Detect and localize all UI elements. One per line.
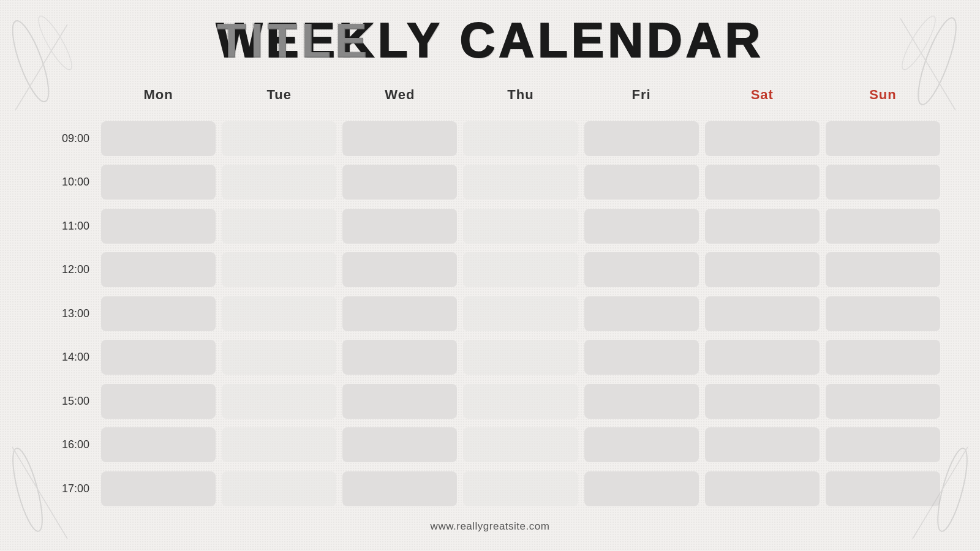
cell-mon-14:00[interactable] bbox=[98, 338, 219, 377]
svg-point-5 bbox=[897, 13, 941, 73]
time-label-09:00: 09:00 bbox=[37, 119, 98, 158]
cell-sat-11:00[interactable] bbox=[702, 207, 823, 246]
cell-sat-14:00[interactable] bbox=[702, 338, 823, 377]
cell-sun-13:00[interactable] bbox=[823, 294, 943, 333]
svg-line-1 bbox=[15, 24, 67, 110]
cell-mon-12:00[interactable] bbox=[98, 250, 219, 289]
cell-fri-09:00[interactable] bbox=[581, 119, 702, 158]
cell-wed-11:00[interactable] bbox=[339, 207, 460, 246]
cell-sat-13:00[interactable] bbox=[702, 294, 823, 333]
cell-mon-11:00[interactable] bbox=[98, 207, 219, 246]
col-header-thu: Thu bbox=[460, 81, 581, 119]
cell-fri-15:00[interactable] bbox=[581, 382, 702, 421]
col-header-tue: Tue bbox=[219, 81, 339, 119]
cell-sun-14:00[interactable] bbox=[823, 338, 943, 377]
corner-decoration-tr bbox=[882, 6, 962, 129]
cell-tue-13:00[interactable] bbox=[219, 294, 339, 333]
time-label-15:00: 15:00 bbox=[37, 382, 98, 421]
time-label-14:00: 14:00 bbox=[37, 338, 98, 377]
page-container: WEEKLY CALENDAR Mon Tue Wed Thu Fri Sat … bbox=[0, 0, 980, 551]
cell-mon-17:00[interactable] bbox=[98, 470, 219, 508]
cell-thu-10:00[interactable] bbox=[460, 163, 581, 201]
cell-thu-09:00[interactable] bbox=[460, 119, 581, 158]
cell-wed-10:00[interactable] bbox=[339, 163, 460, 201]
cell-fri-12:00[interactable] bbox=[581, 250, 702, 289]
cell-thu-13:00[interactable] bbox=[460, 294, 581, 333]
svg-point-0 bbox=[12, 17, 56, 105]
cell-wed-15:00[interactable] bbox=[339, 382, 460, 421]
cell-mon-10:00[interactable] bbox=[98, 163, 219, 201]
time-label-13:00: 13:00 bbox=[37, 294, 98, 333]
cell-thu-16:00[interactable] bbox=[460, 425, 581, 464]
cell-wed-13:00[interactable] bbox=[339, 294, 460, 333]
col-header-sat: Sat bbox=[702, 81, 823, 119]
page-title: WEEKLY CALENDAR bbox=[216, 12, 764, 69]
cell-fri-17:00[interactable] bbox=[581, 470, 702, 508]
cell-sat-17:00[interactable] bbox=[702, 470, 823, 508]
cell-tue-09:00[interactable] bbox=[219, 119, 339, 158]
time-label-12:00: 12:00 bbox=[37, 250, 98, 289]
svg-point-2 bbox=[34, 13, 77, 73]
cell-tue-11:00[interactable] bbox=[219, 207, 339, 246]
cell-tue-16:00[interactable] bbox=[219, 425, 339, 464]
cell-wed-17:00[interactable] bbox=[339, 470, 460, 508]
calendar-grid: Mon Tue Wed Thu Fri Sat Sun 09:0010:0011… bbox=[37, 81, 943, 513]
cell-thu-17:00[interactable] bbox=[460, 470, 581, 508]
svg-point-6 bbox=[7, 446, 48, 534]
cell-tue-17:00[interactable] bbox=[219, 470, 339, 508]
cell-fri-13:00[interactable] bbox=[581, 294, 702, 333]
cell-thu-11:00[interactable] bbox=[460, 207, 581, 246]
cell-mon-16:00[interactable] bbox=[98, 425, 219, 464]
cell-sun-15:00[interactable] bbox=[823, 382, 943, 421]
cell-tue-12:00[interactable] bbox=[219, 250, 339, 289]
cell-thu-14:00[interactable] bbox=[460, 338, 581, 377]
cell-sun-10:00[interactable] bbox=[823, 163, 943, 201]
svg-point-8 bbox=[932, 446, 973, 534]
cell-sat-09:00[interactable] bbox=[702, 119, 823, 158]
cell-wed-12:00[interactable] bbox=[339, 250, 460, 289]
corner-decoration-tl bbox=[12, 12, 86, 122]
cell-sat-12:00[interactable] bbox=[702, 250, 823, 289]
time-label-11:00: 11:00 bbox=[37, 207, 98, 246]
cell-sat-10:00[interactable] bbox=[702, 163, 823, 201]
cell-mon-15:00[interactable] bbox=[98, 382, 219, 421]
cell-thu-15:00[interactable] bbox=[460, 382, 581, 421]
corner-decoration-bl bbox=[6, 435, 86, 545]
cell-sat-15:00[interactable] bbox=[702, 382, 823, 421]
cell-sun-11:00[interactable] bbox=[823, 207, 943, 246]
svg-line-9 bbox=[913, 447, 968, 539]
cell-fri-11:00[interactable] bbox=[581, 207, 702, 246]
col-header-wed: Wed bbox=[339, 81, 460, 119]
cell-fri-10:00[interactable] bbox=[581, 163, 702, 201]
cell-fri-14:00[interactable] bbox=[581, 338, 702, 377]
cell-sat-16:00[interactable] bbox=[702, 425, 823, 464]
cell-mon-13:00[interactable] bbox=[98, 294, 219, 333]
svg-point-3 bbox=[911, 14, 962, 108]
cell-thu-12:00[interactable] bbox=[460, 250, 581, 289]
cell-wed-09:00[interactable] bbox=[339, 119, 460, 158]
cell-tue-10:00[interactable] bbox=[219, 163, 339, 201]
cell-tue-15:00[interactable] bbox=[219, 382, 339, 421]
col-header-mon: Mon bbox=[98, 81, 219, 119]
footer-url: www.reallygreatsite.com bbox=[431, 520, 550, 533]
cell-sun-12:00[interactable] bbox=[823, 250, 943, 289]
corner-decoration-br bbox=[894, 435, 974, 545]
cell-wed-16:00[interactable] bbox=[339, 425, 460, 464]
cell-wed-14:00[interactable] bbox=[339, 338, 460, 377]
cell-mon-09:00[interactable] bbox=[98, 119, 219, 158]
svg-line-7 bbox=[12, 447, 67, 539]
time-label-10:00: 10:00 bbox=[37, 163, 98, 201]
cell-fri-16:00[interactable] bbox=[581, 425, 702, 464]
cell-tue-14:00[interactable] bbox=[219, 338, 339, 377]
col-header-fri: Fri bbox=[581, 81, 702, 119]
